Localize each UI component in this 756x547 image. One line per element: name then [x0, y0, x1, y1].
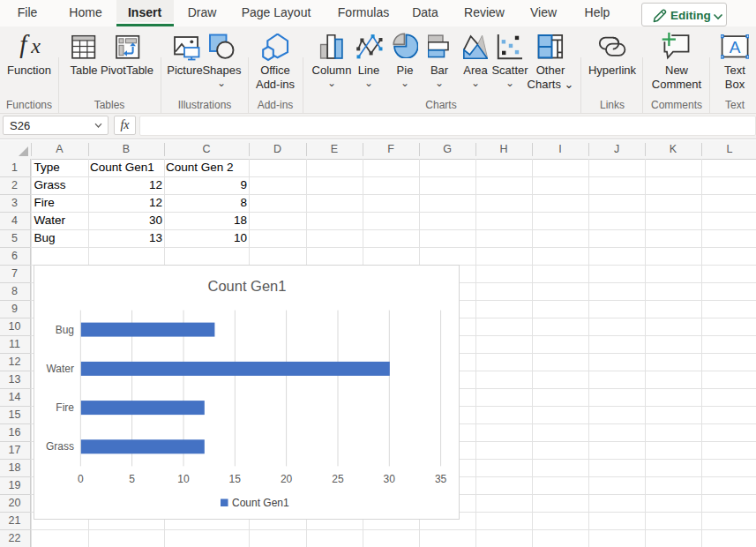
svg-text:Count Gen1: Count Gen1	[232, 497, 289, 509]
svg-text:5: 5	[129, 473, 135, 485]
svg-text:30: 30	[384, 473, 396, 485]
svg-text:20: 20	[281, 473, 293, 485]
svg-text:Count Gen1: Count Gen1	[208, 278, 287, 294]
svg-text:10: 10	[177, 473, 190, 485]
svg-text:Fire: Fire	[56, 401, 74, 414]
svg-text:35: 35	[435, 473, 447, 485]
svg-text:15: 15	[229, 473, 242, 485]
svg-text:0: 0	[78, 473, 84, 485]
svg-text:Bug: Bug	[56, 324, 74, 336]
svg-text:Water: Water	[46, 363, 74, 375]
svg-text:Grass: Grass	[46, 440, 74, 453]
svg-text:A: A	[730, 38, 741, 56]
svg-text:25: 25	[332, 473, 344, 485]
